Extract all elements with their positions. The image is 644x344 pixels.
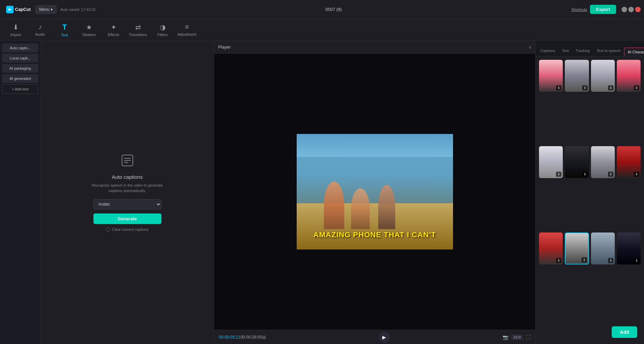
nav-item-stickers[interactable]: ★ Stickers (77, 20, 101, 40)
nav-label-text: Text (61, 33, 68, 37)
char-card-9[interactable]: ⬇ (539, 233, 563, 264)
download-icon-3[interactable]: ⬇ (608, 85, 613, 90)
topbar-right: Shortcuts Export (571, 5, 641, 14)
clear-captions-label: Clear current captions (112, 227, 149, 231)
auto-captions-panel: Auto captions Recognize speech in the vi… (41, 41, 214, 344)
grid-icon[interactable]: ⊞ (262, 334, 266, 340)
tab-text-to-speech[interactable]: Text to speech (593, 46, 624, 56)
download-icon-9[interactable]: ⬇ (556, 258, 561, 263)
clear-captions[interactable]: Clear current captions (106, 227, 149, 231)
add-text-btn[interactable]: + Add text (2, 84, 38, 94)
download-icon-4[interactable]: ⬇ (634, 85, 639, 90)
player-title: Player (218, 45, 231, 50)
tab-captions[interactable]: Captions (537, 46, 558, 56)
char-card-5[interactable]: ⬇ (539, 146, 563, 178)
characters-grid: ⬇ ⬇ ⬇ ⬇ ⬇ ⬇ ⬇ ⬇ (536, 56, 644, 320)
nav-item-audio[interactable]: ♪ Audio (28, 20, 52, 40)
tab-text[interactable]: Text (558, 46, 572, 56)
left-panel: Auto capto... Local capti... AI packagin… (0, 41, 214, 344)
audio-icon: ♪ (38, 23, 42, 31)
char-card-10[interactable]: ⬇ (565, 233, 589, 264)
download-icon-12[interactable]: ⬇ (634, 258, 639, 263)
nav-label-adjustment: Adjustment (177, 32, 196, 36)
ratio-badge[interactable]: 16:9 (511, 334, 523, 340)
nav-label-audio: Audio (35, 32, 45, 36)
close-button[interactable] (635, 7, 641, 12)
char-card-11[interactable]: ⬇ (591, 233, 615, 264)
char-card-2[interactable]: ⬇ (565, 60, 589, 92)
char-card-6[interactable]: ⬇ (565, 146, 589, 178)
local-caption-btn[interactable]: Local capti... (2, 54, 38, 63)
add-character-button[interactable]: Add (612, 326, 637, 338)
nav-item-filters[interactable]: ◑ Filters (150, 20, 175, 40)
download-icon-8[interactable]: ⬇ (634, 172, 639, 177)
nav-label-effects: Effects (108, 33, 119, 37)
nav-item-effects[interactable]: ✦ Effects (101, 20, 126, 40)
nav-item-adjustment[interactable]: ≡ Adjustment (175, 20, 199, 40)
ai-packaging-btn[interactable]: AI packaging (2, 64, 38, 73)
fullscreen-icon[interactable]: ⛶ (526, 334, 530, 340)
total-time: 00:00:28:05 (240, 335, 262, 340)
download-icon-7[interactable]: ⬇ (608, 172, 613, 177)
download-icon-10[interactable]: ⬇ (581, 257, 587, 262)
play-button[interactable]: ▶ (379, 332, 390, 343)
char-card-1[interactable]: ⬇ (539, 60, 563, 92)
download-icon-2[interactable]: ⬇ (582, 85, 588, 90)
left-content: Auto capto... Local capti... AI packagin… (0, 41, 214, 344)
download-icon-1[interactable]: ⬇ (556, 85, 561, 90)
player-ctrl-icons: 📷 16:9 ⛶ (503, 334, 530, 340)
nav-label-transitions: Transitions (129, 33, 147, 37)
player-video: AMAZING PHONE THAT I CAN'T (214, 54, 535, 330)
adjustment-icon: ≡ (185, 23, 189, 31)
filters-icon: ◑ (160, 23, 166, 31)
tab-tracking[interactable]: Tracking (572, 46, 593, 56)
maximize-button[interactable] (628, 7, 634, 12)
nav-item-transitions[interactable]: ⇄ Transitions (126, 20, 150, 40)
text-icon: T (62, 23, 67, 32)
left-sidebar: Auto capto... Local capti... AI packagin… (0, 41, 41, 344)
language-select[interactable]: Arabic English Chinese (93, 199, 161, 209)
autosave-label: Auto saved: 17:43:32 (60, 7, 96, 12)
char-card-4[interactable]: ⬇ (617, 60, 641, 92)
tab-ai-characters[interactable]: AI Characters (624, 48, 644, 56)
player-header: Player ≡ (214, 41, 535, 54)
player-area: Player ≡ AMAZING PHONE THAT I CAN'T 00:0… (214, 41, 535, 344)
nav-bar: ⬇ Import ♪ Audio T Text ★ Stickers ✦ Eff… (0, 19, 644, 41)
download-icon-11[interactable]: ⬇ (608, 258, 613, 263)
char-card-3[interactable]: ⬇ (591, 60, 615, 92)
clear-radio[interactable] (106, 227, 110, 231)
import-icon: ⬇ (13, 23, 19, 31)
minimize-button[interactable] (622, 7, 627, 12)
auto-captions-title: Auto captions (112, 174, 143, 180)
video-overlay-text: AMAZING PHONE THAT I CAN'T (313, 230, 436, 239)
export-button[interactable]: Export (590, 5, 616, 14)
menu-button[interactable]: Menu ▾ (35, 5, 56, 14)
ai-generated-btn[interactable]: AI generated (2, 74, 38, 83)
stickers-icon: ★ (86, 23, 92, 31)
download-icon-6[interactable]: ⬇ (582, 172, 588, 177)
nav-item-import[interactable]: ⬇ Import (3, 20, 28, 40)
player-controls: 00:00:05:21 00:00:28:05 ⊞ ▶ 📷 16:9 ⛶ (214, 330, 535, 344)
window-title: 0507 (9) (98, 7, 570, 12)
download-icon-5[interactable]: ⬇ (556, 172, 561, 177)
player-menu-icon[interactable]: ≡ (529, 45, 531, 50)
right-panel: Captions Text Tracking Text to speech AI… (535, 41, 644, 344)
auto-captions-desc: Recognize speech in the video to generat… (90, 183, 165, 194)
auto-caption-btn[interactable]: Auto capto... (2, 44, 38, 52)
topbar: ▶ CapCut Menu ▾ Auto saved: 17:43:32 050… (0, 0, 644, 19)
shortcuts-link[interactable]: Shortcuts (571, 7, 587, 12)
nav-label-stickers: Stickers (82, 33, 95, 37)
window-controls (622, 7, 641, 12)
screenshot-icon[interactable]: 📷 (503, 334, 508, 340)
nav-label-import: Import (10, 33, 21, 37)
char-card-12[interactable]: ⬇ (617, 233, 641, 264)
auto-captions-icon (121, 154, 134, 170)
nav-item-text[interactable]: T Text (52, 20, 77, 40)
current-time: 00:00:05:21 (219, 335, 240, 340)
char-card-8[interactable]: ⬇ (617, 146, 641, 178)
video-frame: AMAZING PHONE THAT I CAN'T (297, 134, 453, 250)
effects-icon: ✦ (111, 23, 117, 31)
generate-button[interactable]: Generate (93, 213, 161, 224)
transitions-icon: ⇄ (135, 23, 141, 31)
char-card-7[interactable]: ⬇ (591, 146, 615, 178)
